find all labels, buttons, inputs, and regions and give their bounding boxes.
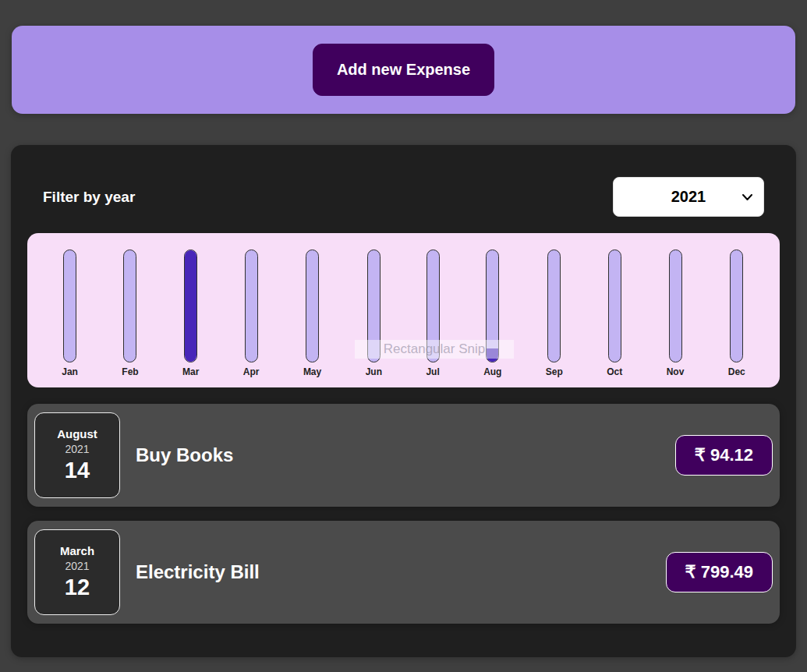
add-expense-button[interactable]: Add new Expense [313,44,494,96]
expense-amount-badge: ₹ 94.12 [675,435,773,476]
chart-bar-track [427,249,440,363]
chart-bar-label: Feb [122,366,138,377]
chart-bar: Apr [243,249,260,377]
chart-bar-label: Mar [182,366,199,377]
chart-bar-label: May [303,366,321,377]
chart-bar-track [184,249,197,363]
year-select-value: 2021 [671,188,706,206]
new-expense-panel: Add new Expense [12,26,795,114]
chart-bar-fill [185,250,196,362]
chart-bar: Sep [546,249,563,377]
chart-bar-track [730,249,743,363]
chart-bars: Jan Feb Mar Apr May Jun Jul [40,249,767,380]
expense-date-day: 12 [65,575,90,600]
chart-bar-label: Nov [667,366,685,377]
expenses-filter: Filter by year 2021 [27,177,780,217]
chart-bar: Oct [607,249,622,377]
chart-bar-label: Sep [546,366,563,377]
chart-bar-track [63,249,76,363]
chart-bar: Mar [182,249,199,377]
expense-list: August 2021 14 Buy Books ₹ 94.12 March 2… [27,404,780,624]
expense-item: August 2021 14 Buy Books ₹ 94.12 [27,404,780,507]
expenses-card: Filter by year 2021 Jan Feb [11,145,796,657]
chart-bar: Aug [483,249,501,377]
chart-bar: Nov [667,249,685,377]
chart-bar-track [608,249,621,363]
expenses-chart: Jan Feb Mar Apr May Jun Jul [27,233,780,387]
chart-bar-label: Jul [426,366,439,377]
chart-bar-track [486,249,499,363]
expense-title: Buy Books [136,444,660,466]
chart-bar-label: Aug [483,366,501,377]
chart-bar-track [367,249,380,363]
expense-date: March 2021 12 [34,529,120,615]
chart-bar: Feb [122,249,138,377]
expense-date-day: 14 [65,458,90,483]
chart-bar-track [245,249,258,363]
expense-date: August 2021 14 [34,412,120,498]
chart-bar-track [306,249,319,363]
chart-bar: Jun [366,249,382,377]
chart-bar-track [669,249,682,363]
chart-bar: May [303,249,321,377]
filter-label: Filter by year [43,189,135,206]
expense-date-month: March [60,544,94,557]
chart-bar: Jan [62,249,78,377]
expense-item: March 2021 12 Electricity Bill ₹ 799.49 [27,521,780,624]
year-select[interactable]: 2021 [613,177,764,217]
chart-bar-label: Apr [243,366,260,377]
expense-date-year: 2021 [65,443,89,455]
chart-bar-label: Jun [366,366,382,377]
chart-bar-track [547,249,561,363]
expense-date-year: 2021 [65,560,89,572]
chart-bar-fill [487,348,498,362]
chart-bar-label: Oct [607,366,622,377]
chart-bar: Jul [426,249,439,377]
expense-date-month: August [57,427,97,440]
page: Add new Expense Filter by year 2021 Jan [0,26,807,657]
chart-bar-label: Jan [62,366,78,377]
chart-bar-label: Dec [728,366,745,377]
chart-bar: Dec [728,249,745,377]
chevron-down-icon [742,193,753,201]
chart-bar-track [123,249,136,363]
expense-amount-badge: ₹ 799.49 [666,552,773,592]
expense-title: Electricity Bill [136,561,650,583]
